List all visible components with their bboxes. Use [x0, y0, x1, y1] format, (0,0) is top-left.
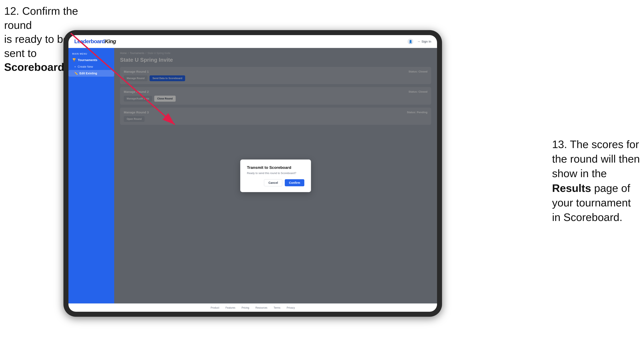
content-area: Home / Tournaments / State U Spring Invi…	[114, 48, 437, 303]
signin-button[interactable]: → Sign In	[417, 40, 431, 43]
tablet-frame: LeaderboardKing 👤 → Sign In MAIN MENU 🏆 …	[64, 30, 442, 317]
instruction-line1: 12. Confirm the round	[4, 5, 78, 31]
modal-confirm-btn[interactable]: Confirm	[285, 179, 304, 186]
footer-terms[interactable]: Terms	[274, 306, 280, 309]
sidebar-tournaments-section[interactable]: 🏆 Tournaments	[68, 56, 114, 63]
plus-icon: +	[74, 65, 76, 68]
modal-subtitle: Ready to send this round to Scoreboard?	[247, 172, 304, 175]
signin-icon: →	[417, 40, 420, 43]
sidebar: MAIN MENU 🏆 Tournaments + Create New ✏️ …	[68, 48, 114, 303]
nav-right: 👤 → Sign In	[408, 39, 431, 44]
signin-label: Sign In	[422, 40, 431, 43]
footer-features[interactable]: Features	[226, 306, 235, 309]
sidebar-create-new-label: Create New	[78, 65, 93, 68]
footer-pricing[interactable]: Pricing	[242, 306, 249, 309]
sidebar-edit-existing-label: Edit Existing	[80, 72, 97, 75]
logo-leaderboard: Leaderboard	[74, 38, 105, 44]
sidebar-menu-label: MAIN MENU	[68, 51, 114, 56]
instruction-line2: is ready to be sent to	[4, 33, 69, 59]
sidebar-tournaments-label: Tournaments	[78, 58, 97, 62]
modal-cancel-btn[interactable]: Cancel	[264, 179, 282, 186]
footer-privacy[interactable]: Privacy	[287, 306, 295, 309]
instruction-right: 13. The scores forthe round will thensho…	[552, 137, 640, 224]
tablet-screen: LeaderboardKing 👤 → Sign In MAIN MENU 🏆 …	[68, 35, 437, 312]
instruction-bold: Scoreboard.	[4, 61, 67, 73]
instr-right-text: 13. The scores forthe round will thensho…	[552, 138, 640, 223]
modal-overlay[interactable]: Transmit to Scoreboard Ready to send thi…	[114, 48, 437, 303]
footer-product[interactable]: Product	[211, 306, 219, 309]
logo-king: King	[105, 38, 116, 44]
logo-area: LeaderboardKing	[74, 38, 116, 45]
top-nav: LeaderboardKing 👤 → Sign In	[68, 35, 437, 48]
main-content: MAIN MENU 🏆 Tournaments + Create New ✏️ …	[68, 48, 437, 303]
footer-resources[interactable]: Resources	[256, 306, 267, 309]
modal-buttons: Cancel Confirm	[247, 179, 304, 186]
sidebar-item-create-new[interactable]: + Create New	[68, 63, 114, 70]
modal-title: Transmit to Scoreboard	[247, 165, 304, 170]
trophy-icon: 🏆	[72, 58, 76, 62]
edit-icon: ✏️	[74, 72, 78, 75]
footer: Product Features Pricing Resources Terms…	[68, 303, 437, 312]
logo: LeaderboardKing	[74, 38, 116, 45]
modal-box: Transmit to Scoreboard Ready to send thi…	[240, 160, 311, 192]
user-avatar[interactable]: 👤	[408, 39, 413, 44]
sidebar-item-edit-existing[interactable]: ✏️ Edit Existing	[68, 70, 114, 77]
